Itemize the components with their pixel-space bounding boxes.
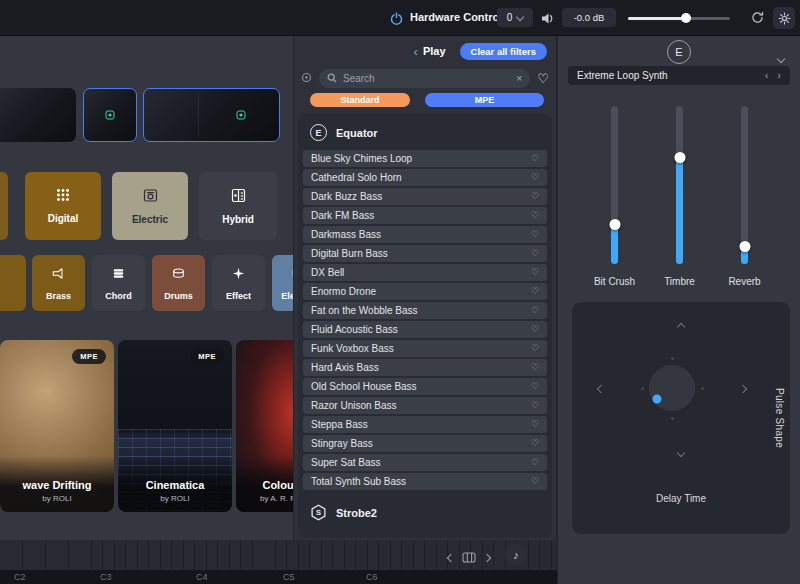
preset-card-title: Colours of I	[262, 479, 293, 491]
favorite-icon[interactable]: ♡	[531, 420, 539, 429]
favorite-icon[interactable]: ♡	[531, 173, 539, 182]
page-right-icon[interactable]	[483, 554, 491, 562]
preset-list-item[interactable]: Dark FM Bass♡	[303, 207, 547, 224]
slider-label: Bit Crush	[594, 276, 635, 287]
hardware-channel-dropdown[interactable]: 0	[497, 8, 533, 27]
preset-list-item[interactable]: Razor Unison Bass♡	[303, 397, 547, 414]
search-input[interactable]	[343, 73, 510, 84]
preset-list-item[interactable]: Fat on the Wobble Bass♡	[303, 302, 547, 319]
preset-card[interactable]: Colours of I by A. R. Rahman's	[236, 340, 293, 512]
search-box[interactable]: ×	[319, 69, 530, 88]
pad-marker-dot	[671, 417, 674, 420]
bit-crush-slider[interactable]	[609, 106, 620, 264]
preset-list-item[interactable]: Funk Voxbox Bass♡	[303, 340, 547, 357]
preset-list-item[interactable]: Hard Axis Bass♡	[303, 359, 547, 376]
category-label: Brass	[46, 291, 71, 301]
category-tile-brass[interactable]: Brass	[32, 255, 85, 311]
category-label: Electric	[132, 214, 168, 225]
preset-list-item[interactable]: Fluid Acoustic Bass♡	[303, 321, 547, 338]
next-preset-icon[interactable]: ›	[777, 70, 781, 81]
favorite-icon[interactable]: ♡	[531, 363, 539, 372]
power-icon[interactable]	[390, 11, 403, 29]
sync-icon[interactable]	[751, 10, 764, 28]
keyboard-range-icon[interactable]	[462, 549, 476, 567]
hardware-card-block[interactable]	[83, 88, 137, 142]
note-settings-button[interactable]: ♪	[505, 544, 527, 566]
preset-card[interactable]: MPE Cinematica by ROLI	[118, 340, 232, 512]
timbre-slider[interactable]	[674, 106, 685, 264]
slider-thumb[interactable]	[674, 152, 685, 163]
preset-list-item[interactable]: Stingray Bass♡	[303, 435, 547, 452]
hardware-channel-value: 0	[507, 12, 513, 23]
macro-sliders: Bit Crush Timbre Reverb	[582, 106, 777, 287]
engine-badge[interactable]: E	[667, 40, 691, 64]
reverb-slider[interactable]	[739, 106, 750, 264]
xy-pad[interactable]: Pulse Shape Delay Time	[572, 302, 790, 534]
preset-list-item[interactable]: DX Bell♡	[303, 264, 547, 281]
favorite-icon[interactable]: ♡	[531, 249, 539, 258]
preset-list-item[interactable]: Super Sat Bass♡	[303, 454, 547, 471]
preset-list-item[interactable]: Cathedral Solo Horn♡	[303, 169, 547, 186]
gear-icon	[778, 12, 791, 25]
slider-thumb[interactable]	[609, 219, 620, 230]
collapse-panel-button[interactable]	[778, 48, 784, 66]
preset-list-item[interactable]: Darkmass Bass♡	[303, 226, 547, 243]
category-tile-effect[interactable]: Effect	[212, 255, 265, 311]
category-tile-partial[interactable]	[0, 172, 8, 240]
strobe2-engine-header[interactable]: S Strobe2	[298, 494, 552, 530]
category-tile-elec-piano[interactable]: Elec Pia	[272, 255, 293, 311]
favorite-icon[interactable]: ♡	[531, 306, 539, 315]
slider-thumb[interactable]	[739, 241, 750, 252]
category-tile-hybrid[interactable]: Hybrid	[199, 172, 277, 240]
preset-list-item[interactable]: Dark Buzz Bass♡	[303, 188, 547, 205]
favorite-icon[interactable]: ♡	[531, 154, 539, 163]
equator-engine-header[interactable]: E Equator	[298, 114, 552, 150]
preset-list-item[interactable]: Total Synth Sub Bass♡	[303, 473, 547, 490]
category-tile-chord[interactable]: Chord	[92, 255, 145, 311]
preset-list-item[interactable]: Old School House Bass♡	[303, 378, 547, 395]
favorite-icon[interactable]: ♡	[531, 192, 539, 201]
favorite-icon[interactable]: ♡	[531, 287, 539, 296]
standard-filter-pill[interactable]: Standard	[310, 93, 410, 107]
preset-list-item[interactable]: Digital Burn Bass♡	[303, 245, 547, 262]
target-icon[interactable]	[301, 69, 312, 87]
favorites-filter-icon[interactable]: ♡	[537, 72, 549, 85]
nudge-up-icon[interactable]	[677, 323, 685, 331]
chevron-left-icon: ‹	[414, 45, 418, 58]
page-left-icon[interactable]	[447, 554, 455, 562]
preset-list-item[interactable]: Enormo Drone♡	[303, 283, 547, 300]
favorite-icon[interactable]: ♡	[531, 382, 539, 391]
favorite-icon[interactable]: ♡	[531, 211, 539, 220]
favorite-icon[interactable]: ♡	[531, 439, 539, 448]
favorite-icon[interactable]: ♡	[531, 325, 539, 334]
preset-list-item[interactable]: Blue Sky Chimes Loop♡	[303, 150, 547, 167]
previous-preset-icon[interactable]: ‹	[765, 70, 769, 81]
nudge-down-icon[interactable]	[677, 449, 685, 457]
category-tile-electric[interactable]: Electric	[112, 172, 188, 240]
current-preset-bar[interactable]: Extreme Loop Synth ‹ ›	[568, 66, 790, 85]
preset-card[interactable]: MPE wave Drifting by ROLI	[0, 340, 114, 512]
clear-all-filters-button[interactable]: Clear all filters	[460, 43, 547, 60]
xy-joystick-puck[interactable]	[649, 365, 695, 411]
nudge-left-icon[interactable]	[597, 385, 605, 393]
hardware-card-seaboard[interactable]	[143, 88, 280, 142]
favorite-icon[interactable]: ♡	[531, 268, 539, 277]
clear-search-icon[interactable]: ×	[516, 73, 522, 84]
mpe-filter-pill[interactable]: MPE	[425, 93, 544, 107]
volume-slider[interactable]	[628, 12, 730, 24]
nudge-right-icon[interactable]	[739, 385, 747, 393]
favorite-icon[interactable]: ♡	[531, 401, 539, 410]
favorite-icon[interactable]: ♡	[531, 458, 539, 467]
favorite-icon[interactable]: ♡	[531, 477, 539, 486]
settings-button[interactable]	[773, 7, 795, 29]
category-tile-drums[interactable]: Drums	[152, 255, 205, 311]
favorite-icon[interactable]: ♡	[531, 230, 539, 239]
xy-position-dot[interactable]	[653, 395, 662, 404]
favorite-icon[interactable]: ♡	[531, 344, 539, 353]
volume-slider-thumb[interactable]	[681, 13, 691, 23]
category-tile-partial[interactable]	[0, 255, 26, 311]
preset-list-item[interactable]: Steppa Bass♡	[303, 416, 547, 433]
category-tile-digital[interactable]: Digital	[25, 172, 101, 240]
hardware-card-partial[interactable]	[0, 88, 76, 142]
play-button[interactable]: ‹ Play	[414, 45, 446, 58]
